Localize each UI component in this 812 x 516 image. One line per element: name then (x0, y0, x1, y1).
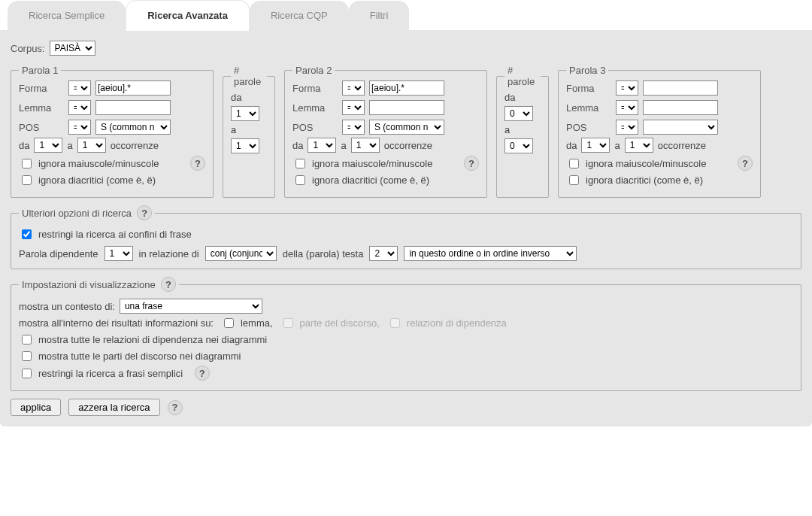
tabs-bar: Ricerca Semplice Ricerca Avanzata Ricerc… (0, 0, 812, 30)
p3-occ-suffix: occorrenze (658, 140, 706, 151)
parola1-fieldset: Parola 1 Forma = Lemma = POS = S (common… (11, 65, 214, 198)
p3-lemma-label: Lemma (566, 102, 611, 114)
p2-ignore-diac-label: ignora diacritici (come è, ë) (312, 175, 429, 186)
p1-forma-op[interactable]: = (68, 80, 91, 96)
dep-word-select[interactable]: 1 (105, 246, 133, 261)
help-icon[interactable]: ? (161, 277, 176, 292)
p1-pos-label: POS (19, 122, 64, 133)
p2-lemma-input[interactable] (369, 100, 444, 115)
p3-forma-label: Forma (566, 83, 611, 94)
p3-pos-label: POS (566, 122, 611, 133)
p2-occ-da-label: da (292, 140, 303, 151)
p3-lemma-input[interactable] (643, 100, 718, 115)
info-pos-label: parte del discorso, (300, 317, 380, 329)
p1-ignore-case[interactable] (22, 159, 32, 168)
p1-ignore-diac-label: ignora diacritici (come è, ë) (38, 175, 156, 186)
parola1-legend: Parola 1 (19, 65, 61, 76)
p2-ignore-case-label: ignora maiuscole/minuscole (312, 158, 432, 169)
p2-occ-da[interactable]: 1 (308, 138, 336, 153)
context-select[interactable]: una frase (120, 299, 262, 314)
p3-ignore-diac-label: ignora diacritici (come è, ë) (586, 175, 703, 186)
p2-pos-label: POS (292, 122, 338, 133)
tab-ricerca-cqp[interactable]: Ricerca CQP (250, 1, 349, 30)
nparole1-legend: # parole (231, 65, 267, 87)
corpus-label: Corpus: (11, 43, 45, 54)
p3-ignore-diac[interactable] (569, 175, 579, 185)
p1-lemma-op[interactable]: = (68, 100, 91, 115)
p2-lemma-op[interactable]: = (342, 100, 365, 115)
p1-pos-select[interactable]: S (common n (95, 120, 171, 135)
p3-ignore-case-label: ignora maiuscole/minuscole (586, 158, 706, 169)
p1-occ-suffix: occorrenze (111, 140, 159, 151)
p1-pos-op[interactable]: = (68, 120, 91, 135)
restrict-sentence-checkbox[interactable] (22, 229, 32, 239)
p3-forma-op[interactable]: = (616, 80, 638, 96)
help-icon[interactable]: ? (168, 400, 183, 415)
reset-button[interactable]: azzera la ricerca (68, 399, 159, 416)
parola3-legend: Parola 3 (566, 65, 608, 76)
info-pos-checkbox (283, 318, 293, 328)
p1-occ-a-label: a (67, 140, 72, 151)
p3-pos-select[interactable] (643, 120, 718, 135)
p2-pos-select[interactable]: S (common n (369, 120, 444, 135)
parola2-fieldset: Parola 2 Forma = Lemma = POS = S (common… (284, 65, 487, 198)
show-dep-diag-checkbox[interactable] (22, 335, 32, 345)
p2-occ-a[interactable]: 1 (351, 138, 380, 153)
help-icon[interactable]: ? (137, 205, 152, 220)
p1-occ-da[interactable]: 1 (34, 138, 62, 153)
p3-occ-a-label: a (614, 140, 620, 151)
apply-button[interactable]: applica (11, 399, 61, 416)
info-lemma-checkbox[interactable] (224, 318, 234, 328)
tab-ricerca-semplice[interactable]: Ricerca Semplice (8, 1, 126, 30)
simple-phrases-checkbox[interactable] (22, 369, 32, 378)
np1-a-label: a (231, 124, 267, 135)
corpus-select[interactable]: PAISÀ (50, 41, 95, 56)
p3-lemma-op[interactable]: = (616, 100, 638, 115)
help-icon[interactable]: ? (190, 156, 205, 171)
info-dep-checkbox (390, 318, 400, 328)
dep-pre: Parola dipendente (19, 248, 98, 260)
parola2-legend: Parola 2 (292, 65, 335, 76)
p2-ignore-case[interactable] (295, 159, 305, 168)
p3-ignore-case[interactable] (569, 159, 579, 168)
dep-head-select[interactable]: 2 (369, 246, 398, 261)
p1-ignore-diac[interactable] (22, 175, 32, 185)
help-icon[interactable]: ? (738, 156, 753, 171)
context-label: mostra un contesto di: (19, 301, 115, 312)
parola3-fieldset: Parola 3 Forma = Lemma = POS = da 1 a 1 … (558, 65, 761, 198)
dep-rel-pre: in relazione di (139, 248, 199, 260)
p1-occ-a[interactable]: 1 (77, 138, 106, 153)
p2-forma-input[interactable] (369, 80, 444, 96)
p3-occ-da-label: da (566, 140, 577, 151)
np2-da[interactable]: 0 (504, 106, 533, 121)
help-icon[interactable]: ? (464, 156, 479, 171)
p3-pos-op[interactable]: = (616, 120, 638, 135)
show-pos-diag-checkbox[interactable] (22, 351, 32, 361)
np1-da[interactable]: 1 (231, 106, 259, 121)
p2-lemma-label: Lemma (292, 102, 338, 114)
p2-ignore-diac[interactable] (295, 175, 305, 185)
p2-pos-op[interactable]: = (342, 120, 365, 135)
p3-occ-da[interactable]: 1 (581, 138, 610, 153)
nparole1-fieldset: # parole da 1 a 1 (223, 65, 275, 198)
p2-occ-suffix: occorrenze (384, 140, 432, 151)
tab-ricerca-avanzata[interactable]: Ricerca Avanzata (126, 0, 250, 31)
p1-lemma-input[interactable] (95, 100, 171, 115)
visual-fieldset: Impostazioni di visualizzazione ? mostra… (11, 277, 801, 391)
dep-relation-select[interactable]: conj (conjunc (205, 246, 277, 261)
help-icon[interactable]: ? (195, 366, 210, 381)
dep-order-select[interactable]: in questo ordine o in ordine inverso (404, 246, 577, 261)
nparole2-legend: # parole (504, 65, 541, 87)
p2-occ-a-label: a (341, 140, 346, 151)
p3-occ-a[interactable]: 1 (625, 138, 653, 153)
ulteriori-legend-text: Ulteriori opzioni di ricerca (22, 208, 132, 219)
tab-filtri[interactable]: Filtri (349, 1, 410, 30)
np2-a-label: a (504, 124, 541, 135)
p2-forma-op[interactable]: = (342, 80, 365, 96)
p3-forma-input[interactable] (643, 80, 718, 96)
p1-forma-input[interactable] (95, 80, 171, 96)
visual-legend: Impostazioni di visualizzazione ? (19, 277, 179, 292)
simple-phrases-label: restringi la ricerca a frasi semplici (38, 368, 183, 379)
np1-a[interactable]: 1 (231, 138, 259, 153)
np2-a[interactable]: 0 (504, 138, 533, 153)
